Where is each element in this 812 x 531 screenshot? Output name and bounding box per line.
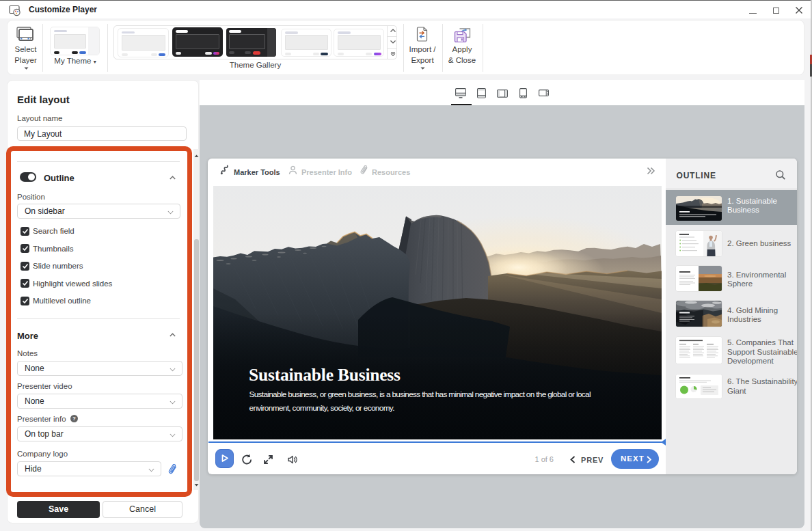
svg-text:environment, community, societ: environment, community, society, or econ… xyxy=(249,403,395,413)
svg-text:Sustainable Business: Sustainable Business xyxy=(249,365,401,385)
svg-text:Sustainable business, or green: Sustainable business, or green business,… xyxy=(249,390,591,399)
